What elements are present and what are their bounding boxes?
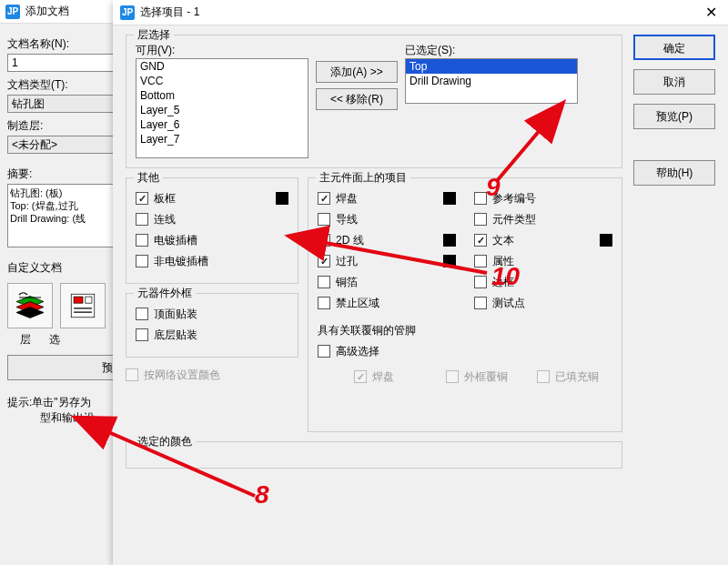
primary-title: 主元件面上的项目 [316,170,410,186]
other-item-label: 板框 [154,191,176,207]
selected-list[interactable]: Top Drill Drawing [405,58,578,104]
other-item-checkbox[interactable] [136,255,148,267]
available-label: 可用(V): [136,43,308,58]
ok-button[interactable]: 确定 [633,35,715,60]
adv-item-checkbox [446,370,459,383]
other-title: 其他 [134,170,163,186]
other-group: 其他 板框连线电镀插槽非电镀插槽 [126,177,298,284]
by-net-color-checkbox [126,368,138,381]
adv-item-checkbox [354,370,367,383]
select-items-dialog: JP 选择项目 - 1 ✕ 层选择 可用(V): GND VCC Bottom … [113,0,728,565]
dialog-title: 选择项目 - 1 [140,5,199,20]
layers-icon [14,289,46,322]
primary-item-checkbox[interactable] [318,213,330,226]
primary-item-checkbox[interactable] [318,255,330,267]
primary-item-checkbox[interactable] [318,192,330,205]
preview-button[interactable]: 预览(P) [633,104,715,129]
assoc-copper-label: 具有关联覆铜的管脚 [318,323,612,338]
list-item[interactable]: Layer_5 [136,103,308,117]
other-item-checkbox[interactable] [136,213,148,226]
outline-item-label: 底层贴装 [154,328,197,343]
adv-item-label: 外框覆铜 [464,369,508,385]
other-item-label: 非电镀插槽 [154,254,208,269]
col-layer-label: 层 [20,332,31,348]
other-item-checkbox[interactable] [136,192,148,205]
list-item[interactable]: Top [406,59,577,74]
help-button[interactable]: 帮助(H) [633,160,715,186]
primary-item-checkbox[interactable] [474,297,487,309]
other-item-label: 连线 [154,212,176,227]
cancel-button[interactable]: 取消 [633,69,715,95]
selected-color-group: 选定的颜色 [126,441,622,469]
primary-item-label: 2D 线 [336,233,364,248]
list-item[interactable]: GND [136,59,308,74]
by-net-color-label: 按网络设置颜色 [144,368,220,383]
layer-select-title: 层选择 [134,27,174,43]
primary-item-checkbox[interactable] [474,234,487,247]
primary-item-checkbox[interactable] [474,213,487,226]
primary-item-checkbox[interactable] [474,276,487,288]
color-swatch[interactable] [276,192,288,205]
close-icon[interactable]: ✕ [702,4,721,21]
add-doc-title: 添加文档 [25,4,69,19]
adv-select-checkbox[interactable] [318,345,330,358]
outline-item-checkbox[interactable] [136,308,148,320]
select-items-titlebar: JP 选择项目 - 1 ✕ [113,0,728,25]
selected-label: 已选定(S): [405,43,578,58]
available-list[interactable]: GND VCC Bottom Layer_5 Layer_6 Layer_7 [136,58,308,158]
app-icon: JP [5,5,20,19]
color-swatch[interactable] [443,234,456,247]
primary-item-label: 过孔 [336,254,358,269]
primary-item-label: 铜箔 [336,275,358,290]
adv-select-label: 高级选择 [336,344,379,359]
color-swatch[interactable] [600,234,612,247]
primary-item-label: 属性 [492,254,514,269]
primary-item-label: 元件类型 [492,212,536,227]
primary-item-checkbox[interactable] [318,234,330,247]
primary-item-checkbox[interactable] [318,297,330,309]
outline-title: 元器件外框 [134,286,196,301]
list-item[interactable]: Layer_7 [136,132,308,146]
primary-group: 主元件面上的项目 焊盘导线2D 线过孔铜箔禁止区域 参考编号元件类型文本属性边框… [308,177,622,432]
primary-item-label: 边框 [492,275,514,290]
remove-button[interactable]: << 移除(R) [316,88,398,110]
outline-item-label: 顶面贴装 [154,307,197,322]
board-icon [67,290,98,321]
list-item[interactable]: VCC [136,74,308,88]
other-item-label: 电镀插槽 [154,233,197,248]
outline-item-checkbox[interactable] [136,328,148,341]
primary-item-label: 测试点 [492,296,525,311]
add-button[interactable]: 添加(A) >> [316,61,398,83]
svg-rect-4 [74,297,83,303]
adv-item-checkbox [537,370,550,383]
list-item[interactable]: Drill Drawing [406,74,577,88]
primary-item-checkbox[interactable] [474,255,487,267]
app-icon: JP [120,5,135,20]
adv-item-label: 焊盘 [372,369,394,385]
list-item[interactable]: Bottom [136,88,308,103]
primary-item-checkbox[interactable] [474,192,487,205]
selected-color-title: 选定的颜色 [134,434,196,449]
secondary-icon-button[interactable] [60,283,106,328]
primary-item-label: 导线 [336,212,358,227]
primary-item-label: 禁止区域 [336,296,379,311]
col-sel-label: 选 [49,332,60,348]
primary-item-label: 文本 [492,233,514,248]
color-swatch[interactable] [443,192,456,205]
adv-item-label: 已填充铜 [555,369,599,385]
primary-item-label: 参考编号 [492,191,536,207]
list-item[interactable]: Layer_6 [136,117,308,132]
color-swatch[interactable] [443,255,456,267]
primary-item-checkbox[interactable] [318,276,330,288]
other-item-checkbox[interactable] [136,234,148,247]
outline-group: 元器件外框 顶面贴装底层贴装 [126,293,298,358]
layer-select-group: 层选择 可用(V): GND VCC Bottom Layer_5 Layer_… [126,35,622,168]
primary-item-label: 焊盘 [336,191,358,207]
layers-icon-button[interactable] [7,283,53,328]
